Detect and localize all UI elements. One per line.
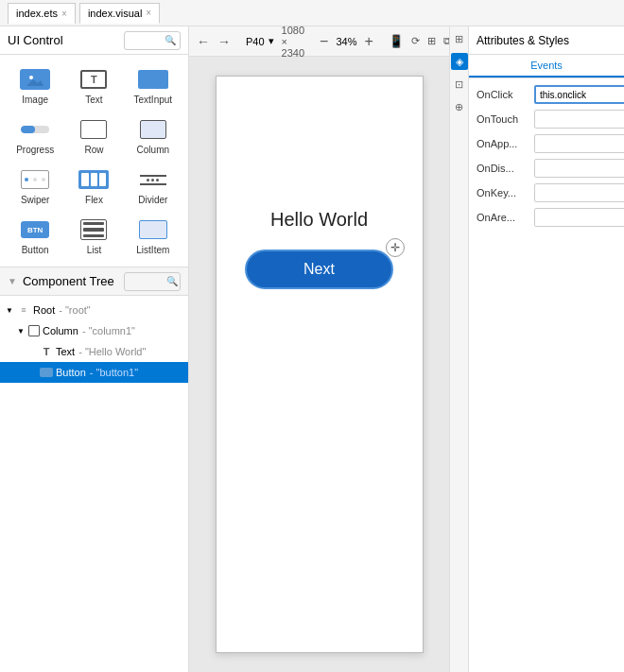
side-icon-4[interactable]: ⊕: [451, 98, 468, 115]
phone-frame: Hello World Next ✛: [216, 76, 424, 653]
tree-node-root[interactable]: ▼ ≡ Root - "root": [0, 300, 188, 320]
tree-collapse-icon[interactable]: ▼: [8, 276, 17, 286]
component-search-box[interactable]: 🔍: [124, 31, 181, 50]
main-area: UI Control 🔍 Image T: [0, 26, 624, 672]
orient-button[interactable]: ⟳: [411, 30, 420, 53]
component-listitem[interactable]: ListItem: [126, 213, 181, 259]
component-button[interactable]: BTN Button: [8, 213, 62, 259]
device-selector[interactable]: P40 ▾: [246, 35, 274, 47]
flex-label: Flex: [85, 195, 103, 205]
device-label: P40: [246, 36, 265, 47]
onapp-input[interactable]: [534, 134, 624, 153]
tree-node-button[interactable]: Button - "button1": [0, 362, 188, 383]
component-column[interactable]: Column: [126, 112, 181, 159]
root-node-icon: ≡: [17, 303, 30, 317]
component-divider[interactable]: Divider: [126, 163, 181, 209]
move-handle[interactable]: ✛: [386, 238, 405, 257]
zoom-in-button[interactable]: +: [364, 30, 373, 53]
toggle-icon[interactable]: ▼: [4, 304, 15, 316]
divider-icon: [136, 166, 170, 193]
tab-events[interactable]: Events: [469, 55, 624, 78]
component-progress[interactable]: Progress: [8, 112, 62, 159]
canvas-toolbar: ← → P40 ▾ 1080 × 2340 − 34% + 📱 ⟳ ⊞ ⧉: [189, 26, 449, 57]
tree-search-box[interactable]: 🔍: [124, 272, 181, 291]
ontouch-input[interactable]: [534, 110, 624, 129]
textinput-icon: [136, 66, 170, 93]
canvas-scroll[interactable]: Hello World Next ✛: [189, 57, 449, 672]
event-onare: OnAre...: [469, 205, 624, 230]
ondis-label: OnDis...: [477, 163, 529, 174]
button-node-name: Button: [56, 367, 86, 378]
device-view-button[interactable]: 📱: [389, 30, 404, 53]
left-panel: UI Control 🔍 Image T: [0, 26, 189, 672]
column-node-icon: [28, 325, 40, 336]
image-label: Image: [22, 95, 48, 105]
onare-label: OnAre...: [477, 212, 529, 223]
onare-input[interactable]: [534, 208, 624, 227]
attributes-title: Attributes & Styles: [477, 34, 569, 47]
component-tree-title: Component Tree: [23, 274, 118, 288]
component-flex[interactable]: Flex: [66, 163, 121, 209]
event-onapp: OnApp...: [469, 131, 624, 156]
component-text[interactable]: T Text: [66, 62, 121, 109]
onkey-input[interactable]: [534, 183, 624, 202]
tree-node-text[interactable]: T Text - "Hello World": [0, 341, 188, 362]
close-icon[interactable]: ×: [61, 9, 67, 19]
text-label: Text: [85, 95, 102, 105]
forward-button[interactable]: →: [217, 30, 231, 53]
ondis-input[interactable]: [534, 159, 624, 178]
zoom-out-button[interactable]: −: [320, 30, 328, 53]
column-label: Column: [137, 145, 169, 155]
list-label: List: [87, 245, 102, 255]
text-node-name: Text: [56, 346, 75, 357]
next-button-wrapper: Next ✛: [245, 250, 393, 289]
button-icon: BTN: [18, 216, 52, 243]
swiper-icon: [18, 166, 52, 193]
tab-index-visual[interactable]: index.visual ×: [79, 3, 160, 24]
divider-label: Divider: [138, 195, 167, 205]
tab-label: index.visual: [88, 8, 142, 19]
list-icon: [77, 216, 111, 243]
side-icon-3[interactable]: ⊡: [451, 76, 468, 93]
toggle-icon[interactable]: ▼: [15, 325, 26, 336]
root-node-name: Root: [33, 304, 55, 316]
textinput-label: TextInput: [134, 95, 173, 105]
search-icon: 🔍: [165, 35, 176, 45]
column-icon: [136, 116, 170, 143]
resolution-display: 1080 × 2340: [282, 26, 304, 59]
button-node-icon: [40, 368, 53, 377]
side-icon-2[interactable]: ◈: [451, 53, 468, 70]
component-textinput[interactable]: TextInput: [126, 62, 181, 109]
attributes-header: Attributes & Styles: [469, 26, 624, 55]
component-tree-section: ▼ Component Tree 🔍 ▼ ≡ Root - "root" ▼: [0, 267, 188, 672]
row-icon: [77, 116, 111, 143]
canvas-area: ← → P40 ▾ 1080 × 2340 − 34% + 📱 ⟳ ⊞ ⧉: [189, 26, 449, 672]
row-label: Row: [84, 145, 103, 155]
listitem-icon: [136, 216, 170, 243]
onclick-label: OnClick: [477, 89, 529, 100]
right-side-icons: ⊞ ◈ ⊡ ⊕: [449, 26, 468, 672]
event-ondis: OnDis...: [469, 156, 624, 181]
title-bar: index.ets × index.visual ×: [0, 0, 624, 26]
column-node-name: Column: [43, 325, 78, 336]
back-button[interactable]: ←: [197, 30, 210, 53]
component-row[interactable]: Row: [66, 112, 121, 159]
swiper-label: Swiper: [21, 195, 50, 205]
grid-button[interactable]: ⊞: [427, 30, 436, 53]
listitem-label: ListItem: [136, 245, 169, 255]
close-icon[interactable]: ×: [146, 8, 151, 18]
component-list[interactable]: List: [66, 213, 121, 259]
tree-search-input[interactable]: [129, 276, 166, 287]
onclick-input[interactable]: [534, 85, 624, 104]
phone-content: Hello World Next ✛: [217, 77, 423, 502]
event-onclick: OnClick: [469, 82, 624, 107]
component-image[interactable]: Image: [8, 62, 62, 109]
tab-index-ets[interactable]: index.ets ×: [8, 3, 76, 24]
tree-node-column[interactable]: ▼ Column - "column1": [0, 320, 188, 341]
events-content: OnClick OnTouch OnApp... OnDis... OnKey.…: [469, 78, 624, 672]
component-search-input[interactable]: [129, 35, 165, 46]
chevron-down-icon: ▾: [269, 35, 274, 47]
next-button[interactable]: Next: [245, 250, 393, 289]
side-icon-1[interactable]: ⊞: [451, 30, 468, 47]
component-swiper[interactable]: Swiper: [8, 163, 62, 209]
